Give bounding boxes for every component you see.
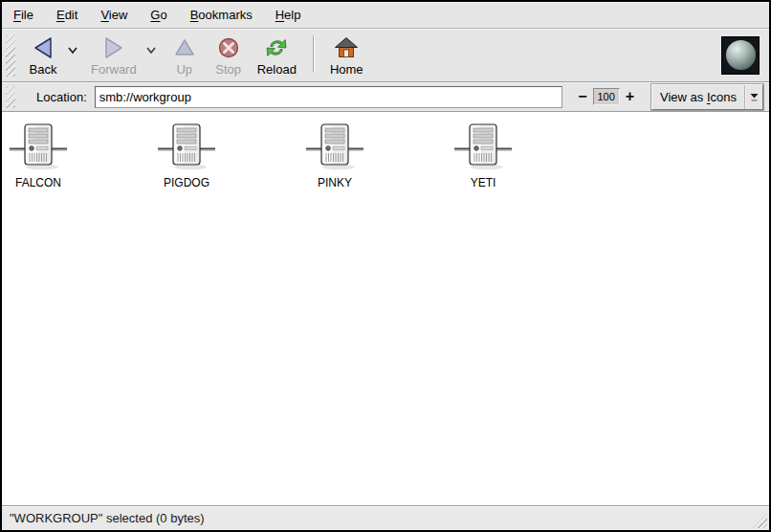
locationbar-drag-handle[interactable] [6, 86, 15, 108]
reload-label: Reload [257, 62, 297, 77]
reload-icon [264, 35, 289, 60]
back-button[interactable]: Back [21, 32, 65, 79]
dropdown-arrow-icon [744, 85, 762, 109]
location-input[interactable] [95, 86, 563, 108]
status-text: "WORKGROUP" selected (0 bytes) [10, 511, 205, 525]
zoom-out-button[interactable]: − [574, 89, 590, 104]
zoom-level-indicator[interactable]: 100 [593, 88, 620, 105]
menu-go[interactable]: Go [148, 5, 168, 25]
network-server-icon [447, 122, 519, 171]
toolbar-drag-handle[interactable] [6, 34, 15, 77]
back-history-dropdown[interactable] [65, 32, 80, 70]
server-item-yeti[interactable]: YETI [447, 122, 519, 189]
forward-label: Forward [91, 62, 137, 77]
home-label: Home [330, 62, 363, 77]
stop-icon [217, 35, 240, 60]
resize-grip[interactable] [753, 514, 767, 528]
home-button[interactable]: Home [323, 32, 370, 79]
location-bar: Location: − 100 + View as Icons [2, 82, 769, 112]
network-server-icon [150, 122, 223, 171]
toolbar-separator [313, 35, 314, 72]
menubar: File Edit View Go Bookmarks Help [2, 2, 769, 29]
server-item-pinky[interactable]: PINKY [298, 122, 371, 189]
menu-edit[interactable]: Edit [55, 5, 79, 25]
view-as-label: View as Icons [652, 90, 744, 104]
server-label: YETI [471, 176, 496, 189]
server-label: PIGDOG [164, 176, 209, 189]
server-item-falcon[interactable]: FALCON [2, 122, 75, 189]
forward-history-dropdown[interactable] [143, 32, 159, 70]
forward-button[interactable]: Forward [84, 32, 143, 79]
server-item-pigdog[interactable]: PIGDOG [150, 122, 223, 189]
server-label: FALCON [15, 176, 61, 189]
server-label: PINKY [318, 176, 352, 189]
up-button[interactable]: Up [163, 32, 207, 79]
up-arrow-icon [173, 35, 196, 60]
throbber-globe-icon [726, 40, 756, 70]
zoom-in-button[interactable]: + [622, 89, 638, 104]
home-icon [334, 35, 359, 60]
reload-button[interactable]: Reload [251, 32, 303, 79]
menu-bookmarks[interactable]: Bookmarks [188, 5, 254, 25]
activity-throbber [721, 36, 760, 75]
menu-file[interactable]: File [11, 5, 35, 25]
menu-view[interactable]: View [99, 5, 129, 25]
network-server-icon [298, 122, 371, 171]
icon-view: FALCON PIGDOG [2, 112, 769, 505]
up-label: Up [176, 62, 192, 77]
toolbar: Back Forward Up [2, 29, 769, 82]
network-server-icon [2, 122, 75, 171]
menu-help[interactable]: Help [274, 5, 303, 25]
status-bar: "WORKGROUP" selected (0 bytes) [2, 505, 769, 530]
back-arrow-icon [31, 35, 55, 60]
stop-button[interactable]: Stop [207, 32, 251, 79]
location-label: Location: [36, 90, 87, 104]
view-as-dropdown[interactable]: View as Icons [651, 84, 763, 110]
forward-arrow-icon [101, 35, 126, 60]
stop-label: Stop [215, 62, 241, 77]
back-label: Back [30, 62, 57, 77]
file-manager-window: File Edit View Go Bookmarks Help Back Fo… [0, 0, 771, 532]
